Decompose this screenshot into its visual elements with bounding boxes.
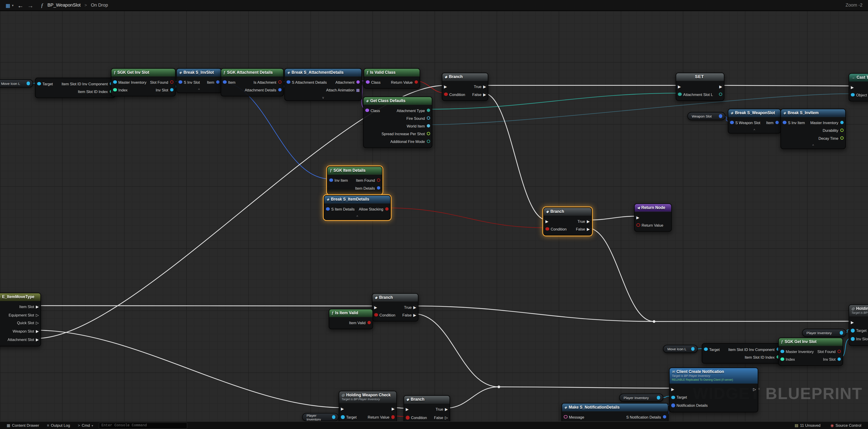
- blueprint-dropdown-caret[interactable]: ▾: [12, 3, 13, 7]
- source-control-button[interactable]: ◉ Source Control: [828, 423, 864, 428]
- node-switch-itemmovetype-pin-attachment-slot[interactable]: ▶: [36, 338, 39, 341]
- node-break-s-attachmentdetails[interactable]: ◈Break S_AttachmentDetailsS Attachment D…: [284, 68, 362, 101]
- node-client-create-notification-pin-notification-details[interactable]: [671, 404, 675, 407]
- node-sgk-get-inv-slot-2-pin-inv-slot[interactable]: [837, 357, 841, 361]
- breadcrumb-blueprint[interactable]: BP_WeaponSlot: [48, 3, 81, 8]
- node-break-s-attachmentdetails-pin-attachment[interactable]: [356, 80, 360, 84]
- node-holding-weapon-check-pin-return-value[interactable]: [391, 416, 395, 419]
- node-branch-mid-pin-condition[interactable]: [546, 227, 549, 231]
- node-branch-mid-pin-exec[interactable]: ▶: [546, 219, 548, 223]
- node-break-s-weaponslot[interactable]: ◈Break S_WeaponSlotS Weapon SlotItem^: [728, 109, 781, 134]
- node-branch-top-pin-exec[interactable]: ▶: [444, 85, 447, 88]
- node-branch-mid[interactable]: ◆Branch▶True▶ConditionFalse▶: [543, 207, 592, 236]
- node-break-s-weaponslot-pin-s-weapon-slot[interactable]: [730, 121, 734, 124]
- node-switch-itemmovetype[interactable]: ≡E_ItemMoveTypeItem Slot▶Equipment Slot▷…: [0, 293, 41, 346]
- node-break-s-invslot-expand-toggle[interactable]: ^: [177, 88, 221, 92]
- node-branch-top-pin-false[interactable]: ▶: [483, 92, 486, 96]
- node-holding-weapon-check-pin-exec[interactable]: ▶: [392, 407, 395, 411]
- node-break-s-weaponslot-expand-toggle[interactable]: ^: [728, 128, 780, 133]
- node-get-class-defaults-pin-class[interactable]: [365, 109, 369, 112]
- cmd-selector[interactable]: > Cmd ▾: [75, 424, 95, 427]
- node-client-create-notification-pin-exec[interactable]: ▶: [671, 387, 674, 391]
- node-get-class-defaults[interactable]: ◈Get Class DefaultsClassAttachment TypeF…: [363, 96, 433, 148]
- node-branch-mid-pin-false[interactable]: ▶: [587, 227, 590, 231]
- node-branch-top-pin-condition[interactable]: [444, 92, 448, 96]
- pill-weapon-slot-pin[interactable]: [719, 114, 722, 118]
- node-item-slot-id-a-pin-target[interactable]: [37, 82, 41, 86]
- pill-weapon-slot[interactable]: Weapon Slot: [687, 112, 726, 120]
- node-set-attachment-slot-pin-exec[interactable]: [719, 92, 722, 96]
- node-get-class-defaults-pin-attachment-type[interactable]: [426, 109, 430, 112]
- nav-back-button[interactable]: ←: [18, 2, 24, 9]
- node-sgk-get-inv-slot-1-pin-slot-found[interactable]: [170, 80, 174, 84]
- node-cast-to-pin-exec[interactable]: ▶: [851, 85, 854, 89]
- breadcrumb-graph[interactable]: On Drop: [91, 3, 108, 8]
- node-break-s-invitem-expand-toggle[interactable]: ^: [781, 144, 845, 149]
- node-holding-right-pin-target[interactable]: [851, 329, 855, 332]
- node-cast-to[interactable]: →Cast To▶Object: [848, 73, 868, 102]
- node-get-class-defaults-pin-fire-sound[interactable]: [426, 116, 430, 120]
- node-holding-right-pin-inv-slot[interactable]: [851, 337, 855, 341]
- node-break-s-weaponslot-pin-item[interactable]: [775, 121, 779, 124]
- node-break-s-invslot[interactable]: ◈Break S_InvSlotS Inv SlotItem^: [176, 68, 222, 93]
- node-item-slot-id-b[interactable]: TargetItem Slot ID Inv ComponentItem Slo…: [702, 343, 782, 364]
- pill-player-inventory-1-pin[interactable]: [839, 331, 843, 335]
- pill-move-icon-top-pin[interactable]: [26, 82, 30, 85]
- node-return-node-pin-return-value[interactable]: [636, 223, 640, 227]
- pill-player-inventory-3[interactable]: Player Inventory: [302, 413, 339, 421]
- node-branch-top[interactable]: ◆Branch▶True▶ConditionFalse▶: [442, 73, 488, 101]
- node-item-slot-id-a[interactable]: TargetItem Slot ID Inv ComponentItem Slo…: [35, 78, 115, 98]
- node-branch-1-pin-true[interactable]: ▶: [413, 305, 416, 309]
- node-switch-itemmovetype-pin-weapon-slot[interactable]: ▶: [36, 330, 39, 333]
- blueprint-icon[interactable]: ▦: [5, 2, 10, 8]
- node-set-attachment-slot-pin-attachment-slot-l[interactable]: [678, 92, 681, 96]
- node-switch-itemmovetype-pin-item-slot[interactable]: ▶: [36, 305, 39, 309]
- node-sgk-get-inv-slot-2-pin-slot-found[interactable]: [837, 350, 841, 353]
- node-set-attachment-slot-pin-exec[interactable]: ▶: [678, 85, 681, 88]
- node-sgk-item-details-pin-inv-item[interactable]: [329, 178, 333, 182]
- node-return-node[interactable]: ◀Return Node▶Return Value: [634, 203, 672, 232]
- node-sgk-item-details-pin-item-details[interactable]: [376, 186, 380, 190]
- node-break-s-itemdetails-pin-s-item-details[interactable]: [326, 207, 330, 211]
- pill-move-icon-2-pin[interactable]: [691, 347, 694, 351]
- node-sgk-item-details-pin-item-found[interactable]: [376, 178, 380, 182]
- node-sgk-get-inv-slot-2[interactable]: ƒSGK Get Inv SlotMaster InventorySlot Fo…: [778, 338, 843, 366]
- node-is-item-valid-pin-item-valid[interactable]: [367, 321, 371, 324]
- unsaved-status[interactable]: ▤ 11 Unsaved: [793, 423, 823, 428]
- node-sgk-attachment-details[interactable]: ƒSGK Attachment DetailsItemIs Attachment…: [221, 68, 284, 97]
- node-cast-to-pin-object[interactable]: [851, 93, 855, 97]
- node-switch-itemmovetype-pin-quick-slot[interactable]: ▷: [36, 321, 39, 325]
- node-is-valid-class-pin-return-value[interactable]: [414, 80, 418, 84]
- node-return-node-pin-exec[interactable]: ▶: [636, 215, 639, 219]
- node-break-s-itemdetails[interactable]: ◈Break S_ItemDetailsS Item DetailsAllow …: [324, 195, 391, 220]
- node-holding-weapon-check-pin-exec[interactable]: ▶: [341, 407, 344, 411]
- node-break-s-attachmentdetails-pin-s-attachment-details[interactable]: [286, 80, 290, 84]
- node-client-create-notification[interactable]: ✉Client Create NotificationTarget is BP …: [669, 368, 758, 412]
- node-break-s-invitem-pin-s-inv-item[interactable]: [782, 121, 786, 124]
- node-holding-weapon-check[interactable]: ◎Holding Weapon CheckTarget is BP Player…: [339, 391, 397, 424]
- pill-move-icon-2[interactable]: Move Icon L: [663, 345, 698, 353]
- node-branch-2-pin-false[interactable]: ▷: [445, 416, 448, 420]
- pill-player-inventory-3-pin[interactable]: [332, 416, 335, 419]
- pill-player-inventory-2[interactable]: Player Inventory: [619, 394, 663, 402]
- node-make-notificationdetails-pin-message[interactable]: [564, 415, 567, 419]
- node-switch-itemmovetype-pin-equipment-slot[interactable]: ▷: [36, 313, 39, 317]
- pill-player-inventory-1[interactable]: Player Inventory: [802, 329, 846, 337]
- node-is-valid-class-pin-class[interactable]: [366, 80, 370, 84]
- node-branch-2-pin-exec[interactable]: ▶: [406, 407, 409, 411]
- node-get-class-defaults-pin-additional-fire-mode[interactable]: [426, 140, 430, 143]
- node-sgk-item-details[interactable]: ƒSGK Item DetailsInv ItemItem FoundItem …: [327, 166, 383, 195]
- node-holding-right[interactable]: ◎Holding Weapon CheckTarget is BP Player…: [848, 304, 868, 346]
- node-holding-weapon-check-pin-target[interactable]: [341, 416, 345, 419]
- node-is-item-valid[interactable]: ƒIs Item ValidItem Valid: [329, 309, 373, 329]
- node-item-slot-id-b-pin-target[interactable]: [704, 347, 708, 351]
- node-sgk-get-inv-slot-2-pin-index[interactable]: [780, 357, 784, 361]
- pill-player-inventory-2-pin[interactable]: [656, 396, 660, 400]
- node-is-valid-class[interactable]: ƒIs Valid ClassClassReturn Value: [364, 68, 420, 89]
- nav-forward-button[interactable]: →: [27, 2, 34, 9]
- node-sgk-attachment-details-pin-attachment-details[interactable]: [278, 88, 282, 92]
- node-client-create-notification-pin-target[interactable]: [671, 395, 675, 399]
- node-break-s-invitem-pin-master-inventory[interactable]: [840, 121, 844, 124]
- node-break-s-invitem-pin-durability[interactable]: [840, 128, 844, 132]
- node-branch-mid-pin-true[interactable]: ▶: [587, 219, 590, 223]
